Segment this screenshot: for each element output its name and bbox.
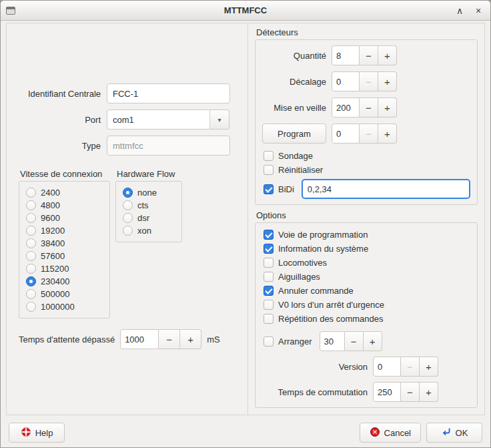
- radio-icon[interactable]: [26, 289, 36, 299]
- vitesse-radio-option[interactable]: 19200: [26, 225, 103, 236]
- minus-button[interactable]: −: [360, 45, 378, 65]
- decalage-spinbutton: − +: [332, 71, 397, 91]
- port-dropdown-button[interactable]: ▾: [209, 109, 229, 130]
- checkbox-icon[interactable]: [264, 300, 274, 310]
- radio-icon[interactable]: [26, 251, 36, 261]
- vitesse-radio-option[interactable]: 2400: [26, 187, 103, 198]
- port-input[interactable]: [107, 109, 210, 130]
- close-button[interactable]: ×: [471, 3, 486, 18]
- arranger-input[interactable]: [320, 331, 345, 351]
- plus-button[interactable]: +: [420, 382, 438, 402]
- checkbox-icon[interactable]: [264, 286, 274, 296]
- timeout-input[interactable]: [120, 329, 159, 349]
- plus-button[interactable]: +: [378, 71, 397, 91]
- mise-en-veille-input[interactable]: [332, 97, 360, 118]
- ok-enter-arrow-icon: [441, 427, 452, 439]
- minus-button[interactable]: −: [345, 331, 364, 351]
- radio-icon[interactable]: [26, 276, 36, 286]
- checkbox-icon[interactable]: [264, 244, 274, 254]
- titlebar[interactable]: MTTMFCC ∧ ×: [1, 1, 490, 21]
- hardware-flow-radio-option[interactable]: dsr: [123, 212, 175, 224]
- plus-button[interactable]: +: [420, 357, 438, 377]
- vitesse-radio-option[interactable]: 4800: [26, 200, 103, 211]
- checkbox-icon[interactable]: [264, 258, 274, 268]
- hardware-flow-radio-option[interactable]: xon: [123, 225, 175, 236]
- plus-button[interactable]: +: [378, 45, 397, 65]
- sondage-checkbox-row[interactable]: Sondage: [264, 150, 470, 162]
- shade-button[interactable]: ∧: [452, 3, 467, 18]
- plus-button[interactable]: +: [378, 124, 397, 144]
- option-checkbox-row[interactable]: V0 lors d'un arrêt d'urgence: [264, 298, 470, 310]
- option-label: Annuler commande: [278, 286, 354, 296]
- checkbox-icon[interactable]: [264, 314, 274, 324]
- commutation-spinbutton: − +: [373, 382, 438, 402]
- checkbox-icon[interactable]: [264, 165, 274, 175]
- vitesse-radio-option[interactable]: 500000: [26, 288, 103, 300]
- minus-button[interactable]: −: [159, 329, 180, 349]
- help-button[interactable]: Help: [9, 423, 65, 443]
- shade-icon: ∧: [456, 5, 463, 16]
- hardware-flow-radio-option[interactable]: cts: [123, 200, 175, 211]
- plus-button[interactable]: +: [364, 331, 382, 351]
- minus-icon: −: [366, 102, 372, 114]
- option-checkbox-row[interactable]: Répétition des commandes: [264, 312, 470, 324]
- quantite-label: Quantité: [262, 51, 326, 61]
- radio-icon[interactable]: [26, 264, 36, 274]
- reinitialiser-checkbox-row[interactable]: Réinitialiser: [264, 164, 470, 176]
- radio-label: 4800: [41, 200, 60, 210]
- quantite-spinbutton: − +: [332, 45, 397, 65]
- arranger-row[interactable]: Arranger − +: [264, 331, 470, 351]
- option-checkbox-row[interactable]: Information du système: [264, 242, 470, 254]
- plus-button[interactable]: +: [378, 97, 397, 118]
- version-input[interactable]: [373, 357, 401, 377]
- cancel-button[interactable]: Cancel: [360, 423, 421, 443]
- checkbox-icon[interactable]: [264, 184, 274, 194]
- radio-label: 38400: [41, 238, 65, 248]
- plus-icon: +: [384, 50, 390, 61]
- radio-icon[interactable]: [26, 188, 36, 198]
- ok-button[interactable]: OK: [426, 423, 482, 443]
- vitesse-radio-option[interactable]: 230400: [26, 276, 103, 287]
- radio-icon[interactable]: [26, 200, 36, 210]
- bidi-input[interactable]: [302, 179, 470, 199]
- radio-icon[interactable]: [26, 213, 36, 223]
- checkbox-icon[interactable]: [264, 272, 274, 282]
- checkbox-icon[interactable]: [264, 151, 274, 161]
- decalage-input[interactable]: [332, 71, 360, 91]
- radio-icon[interactable]: [123, 226, 133, 236]
- quantite-input[interactable]: [332, 45, 360, 65]
- minus-button[interactable]: −: [360, 97, 378, 118]
- vitesse-radio-option[interactable]: 1000000: [26, 301, 103, 312]
- radio-icon[interactable]: [26, 226, 36, 236]
- bidi-checkbox-row[interactable]: BiDi: [264, 179, 470, 199]
- commutation-row: Temps de commutation − +: [262, 382, 470, 402]
- plus-button[interactable]: +: [180, 329, 201, 349]
- commutation-input[interactable]: [373, 382, 401, 402]
- option-checkbox-row[interactable]: Locomotives: [264, 256, 470, 268]
- left-pane: Identifiant Centrale Port ▾ Type: [7, 23, 248, 415]
- identifiant-input[interactable]: [107, 83, 230, 103]
- decalage-row: Décalage − +: [262, 71, 470, 91]
- minus-button[interactable]: −: [401, 382, 420, 402]
- checkbox-icon[interactable]: [264, 230, 274, 240]
- checkbox-icon[interactable]: [264, 337, 274, 347]
- detecteurs-group-title: Détecteurs: [256, 27, 478, 37]
- vitesse-radio-list: 2400 4800 9600: [19, 181, 110, 318]
- vitesse-radio-option[interactable]: 9600: [26, 212, 103, 224]
- hardware-flow-radio-option[interactable]: none: [123, 187, 175, 198]
- option-checkbox-row[interactable]: Annuler commande: [264, 284, 470, 296]
- program-input[interactable]: [332, 124, 360, 144]
- radio-icon[interactable]: [123, 188, 133, 198]
- vitesse-radio-option[interactable]: 57600: [26, 250, 103, 262]
- option-checkbox-row[interactable]: Voie de programmation: [264, 228, 470, 240]
- radio-icon[interactable]: [26, 238, 36, 248]
- radio-icon[interactable]: [26, 302, 36, 312]
- vitesse-radio-option[interactable]: 115200: [26, 263, 103, 274]
- vitesse-radio-option[interactable]: 38400: [26, 238, 103, 249]
- option-checkbox-row[interactable]: Aiguillages: [264, 270, 470, 282]
- radio-icon[interactable]: [123, 200, 133, 210]
- program-button[interactable]: Program: [262, 124, 326, 144]
- radio-label: 115200: [41, 264, 69, 274]
- port-combobox[interactable]: ▾: [107, 109, 230, 130]
- radio-icon[interactable]: [123, 213, 133, 223]
